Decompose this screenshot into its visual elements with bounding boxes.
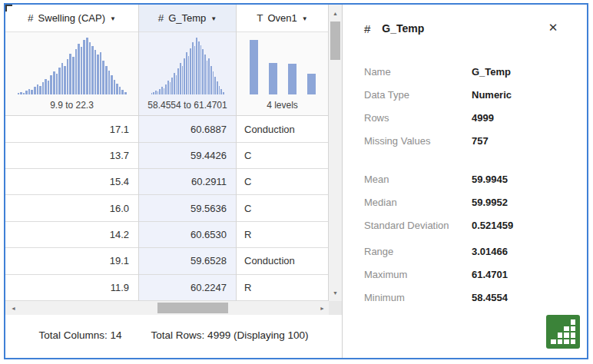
bar-chart-thumbnail-oven1[interactable] — [237, 32, 328, 94]
column-label: Swelling (CAP) — [38, 12, 105, 24]
column-header-swelling-cap[interactable]: # Swelling (CAP) ▼ — [5, 5, 138, 32]
stat-row-name: Name G_Temp — [364, 60, 576, 83]
table-cell: 19.1 — [5, 248, 138, 274]
stat-label: Standard Deviation — [364, 220, 472, 231]
horizontal-scrollbar-thumb[interactable] — [157, 303, 228, 313]
total-rows-label: Total Rows: 4999 (Displaying 100) — [151, 329, 309, 341]
table-cell: 17.1 — [5, 116, 138, 142]
scroll-left-icon[interactable]: ◄ — [7, 301, 20, 315]
stat-value: 0.521459 — [472, 220, 513, 231]
panel-header: # G_Temp ✕ — [364, 20, 573, 37]
scroll-right-icon[interactable]: ► — [316, 301, 329, 315]
table-cell: 60.2247 — [139, 275, 236, 301]
data-explorer-window: # Swelling (CAP) ▼ 9.9 to 22.3 17.1 13.7… — [4, 3, 588, 359]
stat-label: Rows — [364, 112, 472, 124]
numeric-type-icon: # — [364, 22, 370, 35]
total-columns-label: Total Columns: 14 — [39, 329, 122, 341]
chevron-down-icon[interactable]: ▼ — [302, 14, 308, 22]
column-range-label: 9.9 to 22.3 — [5, 94, 138, 117]
scroll-down-icon[interactable]: ▼ — [329, 286, 342, 299]
table-cell: C — [237, 143, 328, 169]
column-gtemp: # G_Temp ▼ 58.4554 to 61.4701 60.6887 59… — [139, 5, 237, 301]
table-cell: Conduction — [237, 116, 328, 142]
stat-row-maximum: Maximum 61.4701 — [364, 263, 576, 286]
column-statistics: Name G_Temp Data Type Numeric Rows 4999 … — [364, 60, 576, 309]
table-cell: R — [237, 275, 328, 301]
text-type-icon: T — [257, 12, 263, 24]
histogram-thumbnail-swelling[interactable] — [5, 32, 138, 94]
table-cell: Conduction — [237, 248, 328, 274]
table-status-bar: Total Columns: 14 Total Rows: 4999 (Disp… — [5, 315, 342, 355]
table-cell: 13.7 — [5, 143, 138, 169]
column-label: G_Temp — [168, 12, 206, 24]
table-cell: 59.4426 — [139, 143, 236, 169]
stat-value: 59.9945 — [472, 174, 508, 185]
stat-row-missing-values: Missing Values 757 — [364, 129, 576, 152]
stat-value: 757 — [472, 135, 489, 147]
stat-row-standard-deviation: Standard Deviation 0.521459 — [364, 213, 576, 237]
stat-row-minimum: Minimum 58.4554 — [364, 286, 576, 309]
column-details-panel: # G_Temp ✕ Name G_Temp Data Type Numeric… — [342, 5, 587, 358]
stat-value: Numeric — [472, 89, 512, 101]
vertical-scrollbar-thumb[interactable] — [330, 22, 340, 60]
stat-value: 58.4554 — [472, 292, 508, 303]
table-cell: 60.2911 — [139, 169, 236, 195]
numeric-type-icon: # — [158, 12, 164, 24]
vertical-scrollbar[interactable]: ▲ ▼ — [329, 5, 342, 301]
table-cell: 60.6530 — [139, 222, 236, 248]
close-icon[interactable]: ✕ — [544, 18, 562, 37]
histogram — [151, 38, 224, 94]
table-cell: 59.6528 — [139, 248, 236, 274]
stat-label: Range — [364, 246, 472, 257]
stat-label: Minimum — [364, 292, 472, 303]
stat-label: Mean — [364, 174, 472, 185]
table-cell: 60.6887 — [139, 116, 236, 142]
histogram-thumbnail-gtemp[interactable] — [139, 32, 236, 94]
column-header-gtemp[interactable]: # G_Temp ▼ — [139, 5, 236, 32]
table-cell: 15.4 — [5, 169, 138, 195]
data-table: # Swelling (CAP) ▼ 9.9 to 22.3 17.1 13.7… — [5, 5, 329, 301]
bar-chart — [248, 38, 316, 94]
column-header-oven1[interactable]: T Oven1 ▼ — [237, 5, 328, 32]
open-chart-button[interactable] — [546, 315, 580, 349]
stat-label: Median — [364, 197, 472, 208]
stat-value: 4999 — [472, 112, 494, 124]
stat-row-rows: Rows 4999 — [364, 106, 576, 129]
column-range-label: 4 levels — [237, 94, 328, 117]
stat-label: Maximum — [364, 269, 472, 280]
panel-title: G_Temp — [382, 22, 424, 35]
stat-value: 3.01466 — [472, 246, 508, 257]
stat-label: Name — [364, 66, 472, 78]
table-cell: 11.9 — [5, 275, 138, 301]
stat-value: 59.9952 — [472, 197, 508, 208]
histogram-stairs-icon — [551, 319, 575, 344]
column-swelling-cap: # Swelling (CAP) ▼ 9.9 to 22.3 17.1 13.7… — [5, 5, 139, 301]
stat-label: Missing Values — [364, 135, 472, 147]
scrollbar-corner — [329, 301, 342, 315]
horizontal-scrollbar[interactable]: ◄ ► — [5, 301, 329, 315]
stat-row-data-type: Data Type Numeric — [364, 83, 576, 106]
table-cell: C — [237, 169, 328, 195]
stat-row-median: Median 59.9952 — [364, 190, 576, 213]
table-cell: R — [237, 222, 328, 248]
scroll-up-icon[interactable]: ▲ — [329, 7, 342, 20]
table-cell: C — [237, 195, 328, 221]
stat-row-range: Range 3.01466 — [364, 240, 576, 263]
table-cell: 59.5636 — [139, 195, 236, 221]
stat-row-mean: Mean 59.9945 — [364, 167, 576, 190]
stat-label: Data Type — [364, 89, 472, 101]
stat-value: 61.4701 — [472, 269, 508, 280]
stat-value: G_Temp — [472, 66, 511, 78]
column-oven1: T Oven1 ▼ 4 levels Conduction C C C R Co… — [237, 5, 329, 301]
table-cell: 14.2 — [5, 222, 138, 248]
histogram — [17, 38, 127, 94]
numeric-type-icon: # — [28, 12, 34, 24]
column-range-label: 58.4554 to 61.4701 — [139, 94, 236, 117]
chevron-down-icon[interactable]: ▼ — [110, 14, 116, 22]
column-label: Oven1 — [268, 12, 297, 24]
table-corner-marker — [5, 5, 12, 12]
table-cell: 16.0 — [5, 195, 138, 221]
chevron-down-icon[interactable]: ▼ — [210, 14, 217, 22]
